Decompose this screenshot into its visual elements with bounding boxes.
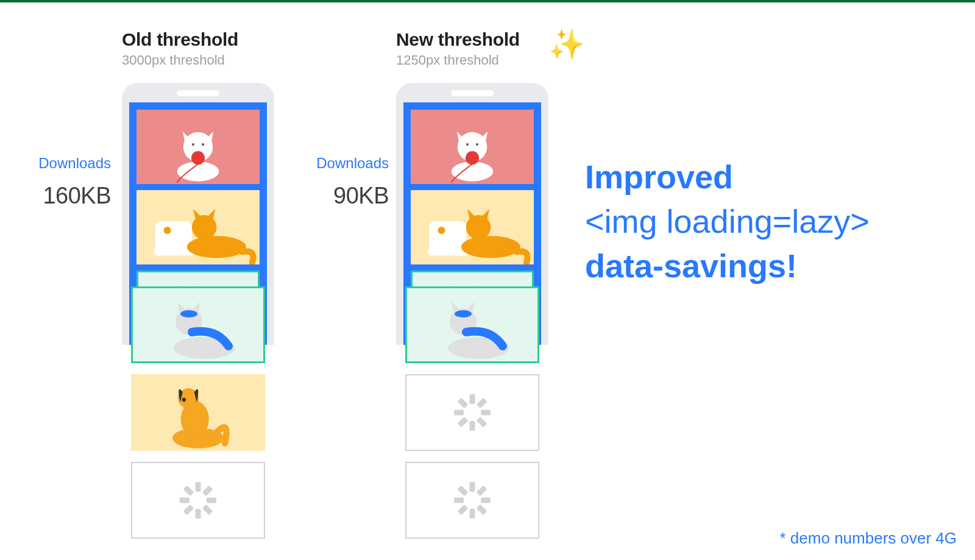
old-below-fold (131, 278, 265, 539)
spinner-icon (181, 483, 215, 517)
image-card-cat-yarn (411, 110, 534, 184)
footnote: * demo numbers over 4G (780, 529, 957, 548)
old-subtitle: 3000px threshold (122, 52, 280, 68)
headline-line1: Improved (585, 155, 870, 199)
spinner-icon (455, 395, 489, 430)
svg-point-28 (461, 236, 520, 258)
svg-point-8 (187, 236, 246, 258)
old-title: Old threshold (122, 29, 280, 50)
image-card-placeholder (131, 462, 265, 539)
headline-message: Improved <img loading=lazy> data-savings… (585, 155, 870, 288)
svg-point-7 (163, 227, 171, 234)
svg-point-22 (466, 151, 479, 165)
phone-speaker-icon (451, 90, 494, 96)
new-below-fold (405, 278, 539, 539)
svg-point-27 (438, 227, 445, 234)
spinner-icon (455, 483, 489, 517)
image-card-cat-blue (131, 286, 265, 363)
phone-speaker-icon (177, 90, 219, 96)
downloads-label: Downloads (302, 155, 389, 172)
new-heading: New threshold 1250px threshold (396, 29, 555, 68)
sparkles-icon: ✨ (548, 27, 585, 62)
svg-rect-5 (155, 221, 192, 250)
svg-point-19 (182, 398, 186, 402)
svg-point-2 (191, 151, 205, 165)
svg-point-24 (476, 143, 478, 146)
old-heading: Old threshold 3000px threshold (122, 29, 280, 68)
svg-point-3 (192, 143, 194, 146)
downloads-value: 90KB (302, 183, 389, 209)
image-card-cat-orange (136, 190, 260, 264)
headline-line3: data-savings! (585, 244, 870, 288)
downloads-value: 160KB (0, 183, 111, 209)
new-title: New threshold (396, 29, 555, 50)
image-card-placeholder (405, 462, 539, 539)
image-card-dog-yellow (131, 374, 265, 451)
headline-line2: <img loading=lazy> (585, 199, 870, 244)
svg-point-35 (455, 310, 472, 317)
svg-point-4 (202, 143, 204, 146)
old-threshold-column: Old threshold 3000px threshold (122, 15, 280, 560)
image-card-placeholder (405, 374, 539, 451)
new-downloads-block: Downloads 90KB (280, 15, 396, 560)
new-threshold-column: New threshold 1250px threshold ✨ (396, 15, 555, 560)
image-card-cat-yarn (136, 110, 260, 184)
svg-point-15 (180, 310, 197, 317)
old-downloads-block: Downloads 160KB (0, 15, 122, 560)
image-card-cat-blue (405, 286, 539, 363)
downloads-label: Downloads (0, 155, 111, 172)
svg-rect-25 (429, 221, 466, 250)
svg-point-23 (466, 143, 469, 146)
new-subtitle: 1250px threshold (396, 52, 555, 68)
image-card-cat-orange (411, 190, 534, 264)
